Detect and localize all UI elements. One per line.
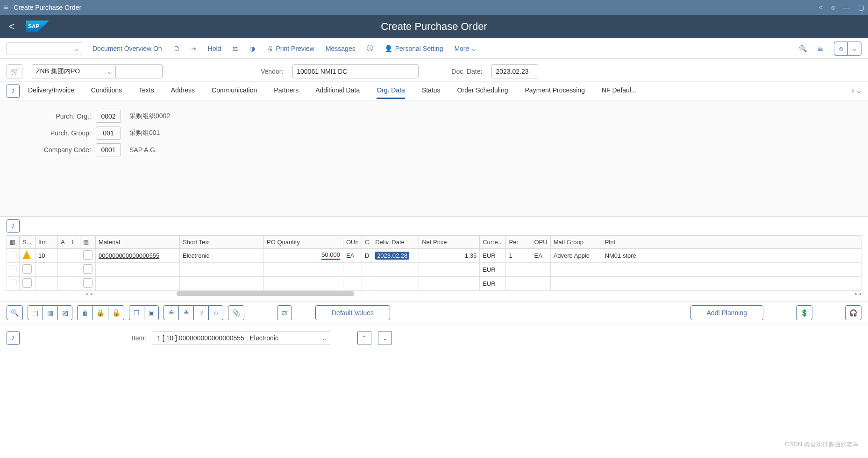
- detail-icon[interactable]: 🔍: [7, 305, 23, 320]
- tab-delivery-invoice[interactable]: Delivery/Invoice: [28, 83, 74, 99]
- status-cell[interactable]: [22, 278, 32, 288]
- doc-date-input[interactable]: 2023.02.23: [491, 64, 538, 78]
- col-c[interactable]: C: [362, 236, 372, 249]
- table-row[interactable]: EUR: [7, 263, 861, 277]
- purch-group-input[interactable]: 001: [96, 127, 121, 140]
- col-short-text[interactable]: Short Text: [180, 236, 264, 249]
- col-per[interactable]: Per: [506, 236, 531, 249]
- more-dropdown[interactable]: More⌵: [454, 45, 476, 52]
- col-matl-group[interactable]: Matl Group: [550, 236, 602, 249]
- status-cell[interactable]: [22, 264, 32, 274]
- command-dropdown[interactable]: ⌵: [7, 42, 81, 55]
- exit-btn-group[interactable]: ⎋⌵: [834, 42, 861, 56]
- tab-additional-data[interactable]: Additional Data: [315, 83, 360, 99]
- chevron-down-icon[interactable]: ⌵: [848, 42, 861, 55]
- menu-icon[interactable]: ≡: [4, 3, 8, 12]
- tab-conditions[interactable]: Conditions: [91, 83, 122, 99]
- purch-org-input[interactable]: 0002: [96, 110, 121, 123]
- search-icon[interactable]: 🔍: [799, 45, 807, 52]
- tab-address[interactable]: Address: [171, 83, 195, 99]
- sort-desc-icon[interactable]: ≚: [178, 305, 193, 320]
- tab-org-data[interactable]: Org. Data: [377, 83, 405, 99]
- material-picker-icon[interactable]: [83, 264, 92, 274]
- select-layout2-icon[interactable]: ▦: [43, 305, 57, 320]
- col-curr[interactable]: Curre...: [480, 236, 506, 249]
- tabs-expand-icon[interactable]: ⌵: [857, 86, 861, 95]
- personal-setting-button[interactable]: 👤Personal Setting: [384, 45, 443, 52]
- tab-texts[interactable]: Texts: [139, 83, 154, 99]
- exit-icon[interactable]: ⎋: [834, 42, 848, 55]
- collapse-items-icon[interactable]: ⤴: [7, 219, 20, 233]
- filter-off-icon[interactable]: ⍉: [208, 305, 223, 320]
- horizontal-scrollbar[interactable]: [177, 291, 354, 296]
- col-plnt[interactable]: Plnt: [602, 236, 861, 249]
- nav-back-icon[interactable]: <: [819, 4, 823, 11]
- print-icon[interactable]: 🖶: [817, 45, 824, 52]
- col-itm[interactable]: Itm: [36, 236, 58, 249]
- col-a[interactable]: A: [58, 236, 69, 249]
- row-checkbox[interactable]: [10, 266, 16, 272]
- check-icon[interactable]: ⚖: [232, 45, 238, 52]
- table-row[interactable]: EUR: [7, 277, 861, 291]
- maximize-icon[interactable]: ▢: [858, 4, 864, 11]
- vendor-input[interactable]: 100061 NMI1 DC: [292, 64, 419, 78]
- tab-status[interactable]: Status: [422, 83, 441, 99]
- delete-icon[interactable]: 🗑: [77, 305, 92, 320]
- select-layout1-icon[interactable]: ▤: [28, 305, 43, 320]
- col-opu[interactable]: OPU: [531, 236, 550, 249]
- po-number-input[interactable]: [116, 64, 163, 78]
- company-code-input[interactable]: 0001: [96, 143, 121, 156]
- select-layout3-icon[interactable]: ▨: [57, 305, 72, 320]
- items-table[interactable]: ▥ S... Itm A I ▦ Material Short Text PO …: [7, 235, 861, 291]
- env-icon[interactable]: ⚖: [277, 305, 292, 320]
- hold-button[interactable]: Hold: [208, 45, 221, 52]
- col-deliv-date[interactable]: Deliv. Date: [372, 236, 419, 249]
- item-prev-button[interactable]: ⌃: [357, 331, 371, 345]
- park-icon[interactable]: ◑: [249, 45, 255, 52]
- col-material-icon[interactable]: ▦: [80, 236, 96, 249]
- tab-communication[interactable]: Communication: [212, 83, 257, 99]
- unlock-icon[interactable]: 🔓: [108, 305, 124, 320]
- tabs-scroll-right-icon[interactable]: ›: [852, 86, 854, 95]
- table-row[interactable]: 10000000000000000555Electronic50,000EAD2…: [7, 249, 861, 263]
- tab-order-scheduling[interactable]: Order Scheduling: [457, 83, 508, 99]
- attach-icon[interactable]: 📎: [228, 305, 244, 320]
- copy-icon[interactable]: ❐: [129, 305, 144, 320]
- material-picker-icon[interactable]: [83, 250, 92, 260]
- col-i[interactable]: I: [69, 236, 80, 249]
- item-next-button[interactable]: ⌄: [378, 331, 392, 345]
- sort-asc-icon[interactable]: ≙: [164, 305, 178, 320]
- col-status[interactable]: S...: [20, 236, 36, 249]
- cart-icon[interactable]: 🛒: [7, 64, 22, 78]
- tab-partners[interactable]: Partners: [274, 83, 299, 99]
- default-values-button[interactable]: Default Values: [315, 305, 390, 320]
- create-icon[interactable]: 🗋: [173, 45, 180, 52]
- currency-icon[interactable]: 💲: [796, 305, 812, 320]
- collapse-item-detail-icon[interactable]: ⤴: [7, 331, 20, 345]
- minimize-icon[interactable]: —: [843, 4, 850, 11]
- messages-button[interactable]: Messages: [326, 45, 356, 52]
- tab-payment-processing[interactable]: Payment Processing: [525, 83, 585, 99]
- row-checkbox[interactable]: [10, 280, 16, 286]
- col-net-price[interactable]: Net Price: [419, 236, 480, 249]
- col-material[interactable]: Material: [96, 236, 180, 249]
- material-picker-icon[interactable]: [83, 278, 92, 288]
- back-button[interactable]: <: [0, 21, 23, 33]
- addl-planning-button[interactable]: Addl Planning: [690, 305, 763, 320]
- lock-icon[interactable]: ⎋: [831, 4, 835, 11]
- lock-icon[interactable]: 🔒: [92, 305, 108, 320]
- filter-icon[interactable]: ⑂: [193, 305, 208, 320]
- document-overview-button[interactable]: Document Overview On: [92, 45, 162, 52]
- info-icon[interactable]: ⓘ: [367, 44, 373, 53]
- po-type-combo[interactable]: ZNB 集团内PO⌵: [32, 64, 163, 78]
- col-qty[interactable]: PO Quantity: [264, 236, 343, 249]
- collapse-header-icon[interactable]: ⤴: [7, 85, 20, 98]
- item-selector[interactable]: 1 [ 10 ] 000000000000000555 , Electronic…: [153, 331, 330, 345]
- tab-nf-defaul-[interactable]: NF Defaul...: [602, 83, 637, 99]
- col-oun[interactable]: OUn: [343, 236, 362, 249]
- support-icon[interactable]: 🎧: [845, 305, 861, 320]
- print-preview-button[interactable]: 🖨Print Preview: [266, 45, 314, 52]
- col-config-icon[interactable]: ▥: [7, 236, 20, 249]
- row-checkbox[interactable]: [10, 252, 16, 258]
- paste-icon[interactable]: ▣: [144, 305, 159, 320]
